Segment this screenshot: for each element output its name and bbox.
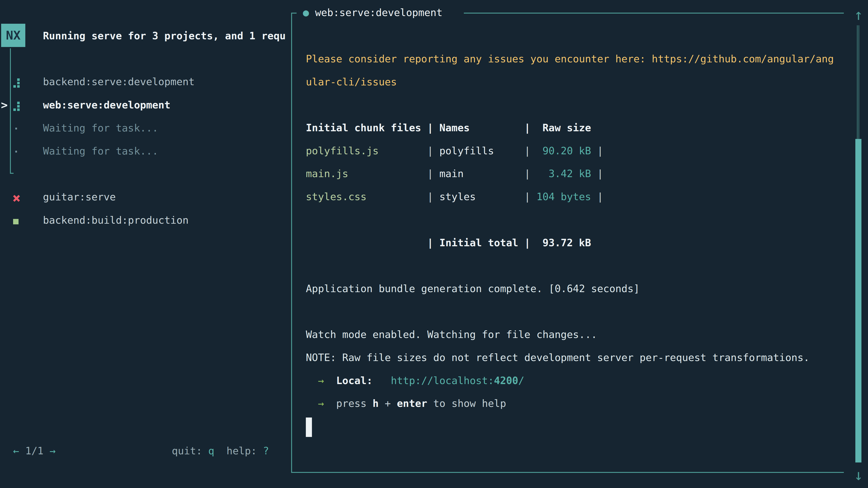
sidebar-item-label: backend:serve:development (43, 76, 195, 88)
local-port[interactable]: 4200 (494, 375, 518, 387)
scrollbar-track[interactable] (857, 25, 858, 139)
sidebar-item-label: guitar:serve (43, 191, 116, 203)
nx-logo: NX (1, 24, 25, 47)
square-icon (13, 209, 43, 232)
local-url[interactable]: http://localhost:4200/ (391, 375, 524, 387)
issues-notice-line2[interactable]: ular-cli/issues (306, 71, 834, 94)
sidebar-item-waiting-1[interactable]: ·Waiting for task... (13, 117, 158, 140)
panel-border-left (291, 13, 292, 473)
sidebar-item-label: Waiting for task... (43, 145, 158, 157)
chunk-size: 90.20 kB (536, 140, 591, 163)
chunk-size: 104 bytes (536, 186, 591, 208)
chunk-name: styles (439, 186, 524, 208)
local-url-line: → Local: http://localhost:4200/ (306, 369, 834, 392)
key-h: h (373, 398, 379, 410)
panel-title: ● web:serve:development (303, 1, 442, 24)
terminal-cursor (306, 418, 312, 437)
table-row: polyfills.js|polyfills|90.20 kB| (306, 140, 834, 163)
chunk-file: main.js (306, 162, 427, 186)
pager-next-icon[interactable]: → (50, 445, 56, 457)
note-line: NOTE: Raw file sizes do not reflect deve… (306, 346, 834, 369)
sidebar-item-label: web:serve:development (43, 99, 170, 111)
arrow-right-icon: → (318, 375, 324, 387)
help-label: help: (226, 445, 257, 457)
panel-border-top (464, 13, 844, 13)
spinner-icon (13, 94, 43, 117)
header-names: Names (439, 117, 524, 140)
sidebar-item-waiting-2[interactable]: ·Waiting for task... (13, 140, 158, 163)
local-label: Local: (336, 375, 373, 387)
sidebar-item-web-serve[interactable]: web:serve:development (13, 94, 170, 117)
pager-position: 1/1 (19, 445, 50, 457)
chunk-name: polyfills (439, 140, 524, 163)
table-row: main.js|main|3.42 kB| (306, 162, 834, 186)
help-hint-line: → press h + enter to show help (306, 392, 834, 415)
chunk-size: 3.42 kB (536, 162, 591, 186)
quit-key: q (208, 445, 214, 457)
sidebar-item-guitar-serve[interactable]: guitar:serve (13, 186, 116, 208)
status-dot-icon: ● (303, 7, 309, 19)
cursor-line (306, 415, 834, 438)
scroll-down-icon[interactable]: ↓ (850, 464, 866, 486)
table-row: styles.css|styles|104 bytes| (306, 186, 834, 208)
chunk-file: polyfills.js (306, 140, 427, 163)
total-size: 93.72 kB (536, 232, 591, 255)
app-title: Running serve for 3 projects, and 1 requ (43, 24, 286, 47)
bundle-complete-line: Application bundle generation complete. … (306, 278, 834, 300)
sidebar-item-label: Waiting for task... (43, 122, 158, 134)
scroll-up-icon[interactable]: ↑ (850, 4, 866, 26)
key-enter: enter (397, 398, 427, 410)
help-key: ? (263, 445, 269, 457)
pager-prev-icon[interactable]: ← (13, 445, 19, 457)
sidebar-item-backend-serve[interactable]: backend:serve:development (13, 70, 195, 93)
chunk-name: main (439, 162, 524, 186)
scrollbar-thumb[interactable] (855, 139, 862, 462)
header-raw-size: Raw size (536, 117, 591, 140)
total-row: |Initial total|93.72 kB (306, 232, 834, 255)
panel-title-text: web:serve:development (315, 7, 442, 19)
chunk-table-header: Initial chunk files|Names|Raw size (306, 117, 834, 140)
sidebar-item-label: backend:build:production (43, 215, 188, 226)
watch-mode-line: Watch mode enabled. Watching for file ch… (306, 323, 834, 346)
scrollbar-track[interactable] (859, 25, 859, 139)
pager: ←1/1→ (13, 440, 56, 462)
spinner-icon (13, 71, 43, 94)
total-label: Initial total (439, 232, 524, 255)
panel-border-top-stub (291, 13, 297, 13)
task-tree-line (10, 48, 11, 173)
waiting-dot-icon: · (13, 140, 43, 163)
issues-notice-line1[interactable]: Please consider reporting any issues you… (306, 48, 834, 71)
keyboard-hints: quit:qhelp:? (172, 440, 269, 462)
sidebar-item-backend-build[interactable]: backend:build:production (13, 209, 188, 232)
arrow-right-icon: → (318, 398, 324, 410)
header-files: Initial chunk files (306, 117, 427, 140)
terminal-output: Please consider reporting any issues you… (306, 48, 834, 438)
waiting-dot-icon: · (13, 117, 43, 140)
task-tree-line-foot (10, 173, 13, 174)
cross-icon (13, 186, 43, 209)
chunk-file: styles.css (306, 186, 427, 208)
quit-label: quit: (172, 445, 202, 457)
panel-border-bottom (291, 472, 844, 473)
selected-chevron-icon: > (1, 94, 8, 117)
